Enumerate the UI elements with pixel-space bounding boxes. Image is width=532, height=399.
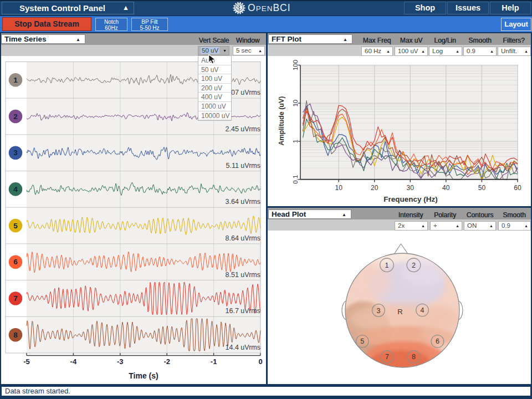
svg-text:16.7 uVrms: 16.7 uVrms [226,307,260,315]
svg-text:1: 1 [385,262,389,269]
svg-text:R: R [397,308,402,316]
svg-text:30: 30 [407,184,415,192]
svg-text:4: 4 [421,306,424,314]
svg-text:2: 2 [13,112,18,121]
svg-text:8: 8 [412,353,416,361]
svg-text:2: 2 [412,262,416,269]
svg-text:50: 50 [478,184,486,192]
svg-text:7: 7 [385,353,389,361]
svg-text:4: 4 [13,185,18,193]
svg-text:5: 5 [13,222,18,230]
svg-text:Amplitude (uV): Amplitude (uV) [278,96,285,146]
svg-text:1: 1 [13,76,18,84]
svg-text:3: 3 [13,149,18,157]
svg-text:6: 6 [13,258,18,266]
svg-text:10: 10 [335,184,343,192]
svg-text:-2: -2 [163,357,170,366]
svg-text:-3: -3 [117,357,124,366]
svg-text:Frequency (Hz): Frequency (Hz) [383,195,438,203]
svg-text:20: 20 [371,184,378,192]
svg-text:8: 8 [13,331,18,339]
svg-text:-1: -1 [211,357,217,366]
svg-text:1: 1 [292,140,299,143]
svg-text:100: 100 [292,60,299,70]
svg-text:0: 0 [258,357,262,366]
svg-text:40: 40 [442,184,450,192]
svg-text:-5: -5 [23,357,30,366]
svg-text:7: 7 [13,294,18,303]
svg-text:3.64 uVrms: 3.64 uVrms [226,198,260,206]
svg-text:6: 6 [436,337,439,345]
svg-text:0.1: 0.1 [292,175,299,184]
svg-text:14.4 uVrms: 14.4 uVrms [226,344,260,351]
svg-text:8.64 uVrms: 8.64 uVrms [226,234,260,242]
svg-text:10: 10 [292,100,299,107]
svg-text:5.11 uVrms: 5.11 uVrms [226,162,260,170]
svg-text:5: 5 [360,337,364,345]
svg-text:60: 60 [514,184,521,192]
svg-text:8.51 uVrms: 8.51 uVrms [226,271,260,279]
svg-text:2.45 uVrms: 2.45 uVrms [226,125,260,133]
svg-text:-4: -4 [70,357,77,366]
svg-text:3: 3 [377,307,381,315]
svg-text:Time (s): Time (s) [129,371,158,380]
